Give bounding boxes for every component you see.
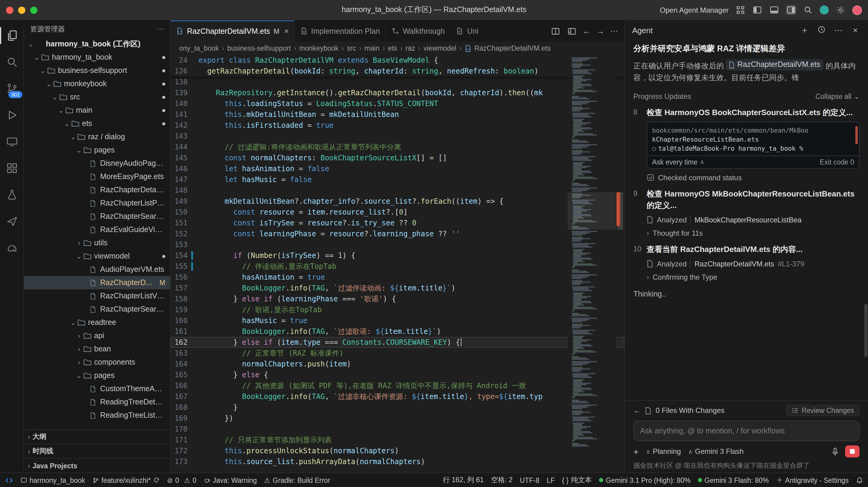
tree-item[interactable]: DisneyAudioPage.... xyxy=(24,157,170,170)
tab-Uni[interactable]: Uni xyxy=(451,21,484,41)
gradle-status[interactable]: ⚠Gradle: Build Error xyxy=(264,476,330,484)
split-editor-icon[interactable] xyxy=(550,26,560,36)
tree-item[interactable]: ⌄harmony_ta_book (工作区) xyxy=(24,37,170,51)
code-line[interactable]: 147 let hasMusic = false xyxy=(171,174,624,185)
tree-item[interactable]: RazChapterSearch... xyxy=(24,210,170,223)
code-line[interactable]: 160 hasMusic = true xyxy=(171,315,624,326)
tree-item[interactable]: ⌄business-selfsupport xyxy=(24,64,170,77)
more-actions-icon[interactable]: ⋯ xyxy=(611,27,618,36)
code-line[interactable]: 138 xyxy=(171,76,624,87)
notification-ticker[interactable]: 掘金技术社区 @ 现在我也有狗狗头像这下能在掘金里合群了 xyxy=(633,461,860,470)
remote-explorer-icon[interactable] xyxy=(0,129,24,154)
tree-item[interactable]: RazEvalGuideView.... xyxy=(24,223,170,236)
breadcrumb-item[interactable]: main xyxy=(365,44,380,52)
search-icon[interactable] xyxy=(0,50,24,75)
close-panel-icon[interactable]: × xyxy=(850,25,861,35)
branch-status[interactable]: feature/xulinzhi* xyxy=(92,477,160,484)
code-line[interactable]: 154 if (Number(isTrySee) == 1) { xyxy=(171,250,624,261)
sidebar-section-Java Projects[interactable]: ›Java Projects xyxy=(24,458,170,473)
tree-item[interactable]: ⌄viewmodel xyxy=(24,250,170,263)
code-line[interactable]: 156 hasAnimation = true xyxy=(171,272,624,283)
code-line[interactable]: 158 } else if (learningPhase === '歌谣') { xyxy=(171,294,624,304)
toggle-bottom-panel-icon[interactable] xyxy=(769,5,779,15)
code-line[interactable]: 150 const resource = item.resource_list?… xyxy=(171,207,624,218)
code-line[interactable]: 141 this.mkDetailUnitBean = mkDetailUnit… xyxy=(171,109,624,120)
assistant-icon[interactable] xyxy=(820,5,829,14)
tree-item[interactable]: ⌄pages xyxy=(24,369,170,382)
terminal-output[interactable]: bookcommon/src/main/ets/common/bean/MkBo… xyxy=(647,122,860,168)
open-agent-manager-button[interactable]: Open Agent Manager xyxy=(660,6,728,14)
tree-item[interactable]: ⌄main xyxy=(24,104,170,117)
problems-status[interactable]: ⊘0 ⚠0 xyxy=(167,476,197,484)
code-line[interactable]: 172 this.processUnlockStatus(normalChapt… xyxy=(171,446,624,456)
account-avatar[interactable] xyxy=(852,5,862,15)
add-context-button[interactable]: + xyxy=(633,446,639,457)
code-area[interactable]: 24export class RazChapterDetailVM extend… xyxy=(171,55,624,473)
navigate-forward-icon[interactable]: → xyxy=(596,27,604,36)
code-line[interactable]: 24export class RazChapterDetailVM extend… xyxy=(171,55,624,66)
agent-input[interactable] xyxy=(633,421,860,441)
indentation-status[interactable]: 空格: 2 xyxy=(491,476,513,485)
tree-item[interactable]: RazChapterD...M xyxy=(24,276,170,289)
code-line[interactable]: 169 }) xyxy=(171,413,624,424)
sidebar-section-时间线[interactable]: ›时间线 xyxy=(24,444,170,458)
tree-item[interactable]: ›utils xyxy=(24,236,170,250)
code-line[interactable]: 155 // 伴读动画,显示在TopTab xyxy=(171,261,624,272)
microphone-icon[interactable] xyxy=(831,447,839,456)
code-line[interactable]: 151 const isTrySee = resource?.is_try_se… xyxy=(171,218,624,228)
code-line[interactable]: 166 // 其他资源 (如测试 PDF 等),在老版 RAZ 详情页中不显示,… xyxy=(171,380,624,391)
zoom-window-button[interactable] xyxy=(30,6,37,13)
mode-selector[interactable]: ∧Planning xyxy=(646,447,681,456)
source-control-icon[interactable]: 302 xyxy=(0,76,24,101)
model-selector[interactable]: ∧Gemini 3 Flash xyxy=(688,447,744,456)
breadcrumb-item[interactable]: ony_ta_book xyxy=(179,44,219,52)
language-mode[interactable]: { }纯文本 xyxy=(562,476,592,485)
tree-item[interactable]: MoreEasyPage.ets xyxy=(24,170,170,183)
navigate-back-icon[interactable]: ← xyxy=(583,27,591,36)
bell-icon[interactable] xyxy=(856,477,863,484)
code-line[interactable]: 146 let hasAnimation = false xyxy=(171,163,624,174)
workspace-status[interactable]: harmony_ta_book xyxy=(21,477,85,484)
tree-item[interactable]: RazChapterSearch... xyxy=(24,302,170,316)
stop-button[interactable] xyxy=(845,446,860,457)
tree-item[interactable]: ReadingTreeDetail... xyxy=(24,395,170,409)
code-line[interactable]: 164 normalChapters.push(item) xyxy=(171,359,624,369)
breadcrumb-item[interactable]: ets xyxy=(388,44,397,52)
tab-close-icon[interactable]: × xyxy=(284,27,289,36)
analyzed-row[interactable]: Analyzed MkBookChapterResourceListBea xyxy=(647,216,860,224)
code-line[interactable]: 170 xyxy=(171,424,624,434)
breadcrumb-item[interactable]: RazChapterDetailVM.ets xyxy=(465,44,551,52)
tree-item[interactable]: ⌄src xyxy=(24,90,170,104)
collapse-all-button[interactable]: Collapse all⌄ xyxy=(815,92,860,100)
analyzed-row[interactable]: Analyzed RazChapterDetailVM.ets #L1-379 xyxy=(647,259,860,268)
tree-item[interactable]: RazChapterListVM... xyxy=(24,289,170,302)
tree-item[interactable]: CustomThemeAudi... xyxy=(24,382,170,395)
tree-item[interactable]: ›api xyxy=(24,329,170,342)
code-line[interactable]: 139 RazRepository.getInstance().getRazCh… xyxy=(171,87,624,98)
model-primary-status[interactable]: Gemini 3.1 Pro (High): 80% xyxy=(599,477,690,484)
progress-item-title[interactable]: 检查 HarmonyOS BookChapterSourceListX.ets … xyxy=(647,106,860,118)
code-line[interactable]: 163 // 正常章节 (RAZ 标准课件) xyxy=(171,348,624,359)
tab-Implementation Plan[interactable]: Implementation Plan xyxy=(295,21,386,41)
thought-row[interactable]: ›Confirming the Type xyxy=(647,273,860,281)
tree-item[interactable]: AudioPlayerVM.ets xyxy=(24,263,170,276)
breadcrumb-item[interactable]: src xyxy=(347,44,356,52)
code-line[interactable]: 145 const normalChapters: BookChapterSou… xyxy=(171,153,624,163)
file-chip[interactable]: RazChapterDetailVM.ets xyxy=(726,59,824,70)
customize-layout-icon[interactable] xyxy=(566,26,577,36)
code-line[interactable]: 149 mkDetailUnitBean?.chapter_info?.sour… xyxy=(171,196,624,207)
extensions-icon[interactable] xyxy=(0,156,24,181)
code-line[interactable]: 167 BookLogger.info(TAG, `过滤非核心课件资源: ${i… xyxy=(171,391,624,402)
breadcrumb-item[interactable]: business-selfsupport xyxy=(227,44,291,52)
breadcrumb-item[interactable]: monkeybook xyxy=(299,44,338,52)
code-line[interactable]: 161 BookLogger.info(TAG, `过滤歌谣: ${item.t… xyxy=(171,326,624,337)
code-line[interactable]: 142 this.isFirstLoaded = true xyxy=(171,120,624,131)
code-line[interactable]: 171 // 只将正常章节添加到显示列表 xyxy=(171,434,624,446)
explorer-more-icon[interactable]: ⋯ xyxy=(157,25,164,33)
code-line[interactable]: 126 getRazChapterDetail(bookId: string, … xyxy=(171,66,624,76)
grid-icon[interactable] xyxy=(735,5,746,15)
gradle-icon[interactable] xyxy=(0,235,24,260)
code-line[interactable]: 162 } else if (item.type === Constants.C… xyxy=(171,337,624,348)
breadcrumb-item[interactable]: viewmodel xyxy=(424,44,456,52)
java-status[interactable]: Java: Warning xyxy=(204,477,257,484)
